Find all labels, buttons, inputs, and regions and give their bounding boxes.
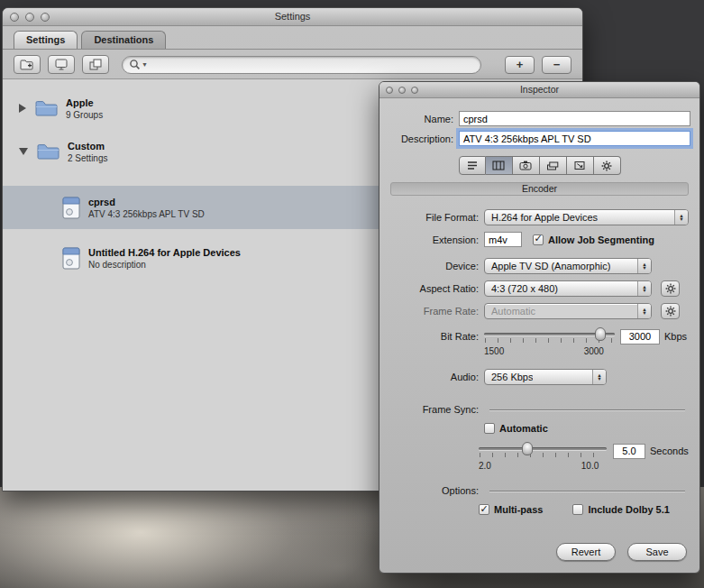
audio-row: Audio: 256 Kbps ▲▼	[389, 369, 690, 385]
multi-pass-checkbox[interactable]	[479, 504, 489, 515]
search-icon	[129, 59, 141, 70]
tab-destinations[interactable]: Destinations	[81, 31, 166, 49]
slider-ticks	[480, 453, 606, 457]
new-group-button[interactable]	[14, 55, 41, 74]
apply-setting-button[interactable]	[48, 55, 75, 74]
settings-titlebar[interactable]: Settings	[3, 8, 582, 26]
dolby-checkbox[interactable]	[572, 504, 583, 515]
bit-rate-field[interactable]	[620, 329, 660, 345]
extension-row: Extension: Allow Job Segmenting	[389, 232, 690, 247]
slider-ticks	[485, 338, 614, 343]
crop-icon	[573, 161, 586, 170]
pane-filters-button[interactable]	[540, 156, 567, 175]
inspector-window: Inspector Name: Description:	[379, 81, 700, 574]
frame-rate-gear-button[interactable]	[661, 303, 680, 319]
group-detail: 9 Groups	[66, 110, 103, 120]
options-row: Multi-pass Include Dolby 5.1	[479, 504, 690, 515]
audio-label: Audio:	[389, 372, 479, 382]
inspector-window-title: Inspector	[379, 84, 699, 95]
audio-popup[interactable]: 256 Kbps ▲▼	[484, 369, 607, 385]
duplicate-icon	[89, 59, 102, 70]
search-scope-arrow-icon[interactable]: ▼	[142, 61, 148, 68]
disclosure-open-icon[interactable]	[19, 148, 28, 155]
description-field[interactable]	[459, 131, 690, 146]
add-setting-button[interactable]: +	[505, 56, 535, 74]
job-segmenting-label: Allow Job Segmenting	[548, 234, 654, 245]
frame-sync-auto-checkbox[interactable]	[484, 423, 495, 434]
options-label: Options:	[389, 485, 479, 496]
frame-rate-row: Frame Rate: Automatic ▲▼	[389, 303, 690, 319]
multi-pass-label: Multi-pass	[494, 504, 543, 515]
gear-icon	[665, 283, 676, 294]
popup-arrows-icon: ▲▼	[637, 259, 651, 273]
aspect-ratio-label: Aspect Ratio:	[389, 283, 479, 294]
frame-sync-slider-row: Seconds	[479, 442, 690, 460]
frame-sync-header: Frame Sync:	[389, 404, 690, 415]
divider	[489, 409, 685, 410]
summary-icon	[466, 161, 479, 170]
name-row: Name:	[389, 111, 690, 126]
bit-rate-slider-thumb[interactable]	[595, 327, 606, 341]
setting-name: Untitled H.264 for Apple Devices	[88, 247, 241, 258]
disclosure-closed-icon[interactable]	[19, 104, 26, 113]
tab-settings[interactable]: Settings	[14, 31, 78, 49]
remove-setting-button[interactable]: −	[542, 56, 571, 74]
options-header: Options:	[389, 485, 690, 496]
frame-rate-label: Frame Rate:	[389, 306, 479, 317]
file-format-popup[interactable]: H.264 for Apple Devices ▲▼	[484, 209, 689, 225]
job-segmenting-checkbox[interactable]	[533, 234, 544, 245]
popup-arrows-icon: ▲▼	[674, 210, 688, 225]
layers-icon	[546, 161, 559, 170]
inspector-titlebar[interactable]: Inspector	[379, 82, 699, 98]
frame-sync-slider-thumb[interactable]	[522, 442, 533, 455]
setting-name: cprsd	[88, 197, 205, 207]
revert-button[interactable]: Revert	[556, 543, 616, 561]
name-label: Name:	[389, 114, 453, 124]
encoder-icon	[492, 161, 505, 170]
slider-track	[479, 447, 607, 450]
search-field[interactable]: ▼	[122, 56, 481, 74]
device-row: Device: Apple TV SD (Anamorphic) ▲▼	[389, 258, 690, 274]
dolby-label: Include Dolby 5.1	[588, 504, 669, 515]
search-input[interactable]	[151, 60, 471, 70]
extension-field[interactable]	[484, 232, 522, 247]
folder-icon	[37, 143, 59, 160]
pane-summary-button[interactable]	[459, 156, 486, 175]
frame-sync-auto-label: Automatic	[499, 423, 548, 434]
settings-tabbar: Settings Destinations	[3, 26, 582, 50]
pane-geometry-button[interactable]	[567, 156, 594, 175]
frame-sync-label: Frame Sync:	[389, 404, 479, 415]
bit-rate-slider[interactable]	[484, 327, 615, 345]
frame-rate-popup[interactable]: Automatic ▲▼	[484, 303, 652, 319]
pane-selector	[459, 156, 621, 175]
pane-encoder-button[interactable]	[486, 156, 513, 175]
settings-toolbar: ▼ + −	[3, 50, 582, 80]
name-field[interactable]	[459, 111, 690, 126]
save-button[interactable]: Save	[627, 543, 687, 561]
aspect-ratio-popup[interactable]: 4:3 (720 x 480) ▲▼	[484, 280, 652, 297]
duplicate-button[interactable]	[82, 55, 109, 74]
description-row: Description:	[389, 131, 690, 146]
frame-sync-scale: 2.0 10.0	[479, 461, 607, 472]
bit-rate-unit: Kbps	[664, 331, 687, 342]
file-format-label: File Format:	[389, 212, 479, 223]
pane-frame-controls-button[interactable]	[513, 156, 540, 175]
file-format-row: File Format: H.264 for Apple Devices ▲▼	[389, 209, 690, 225]
frame-sync-field[interactable]	[613, 444, 645, 459]
settings-window-title: Settings	[3, 11, 582, 22]
aspect-ratio-row: Aspect Ratio: 4:3 (720 x 480) ▲▼	[389, 280, 690, 297]
group-detail: 2 Settings	[68, 153, 107, 163]
gear-icon	[601, 161, 612, 171]
aspect-ratio-gear-button[interactable]	[661, 280, 680, 297]
setting-detail: No description	[88, 260, 241, 270]
gear-icon	[665, 306, 676, 317]
pane-actions-button[interactable]	[594, 156, 621, 175]
popup-arrows-icon: ▲▼	[592, 370, 606, 384]
device-popup[interactable]: Apple TV SD (Anamorphic) ▲▼	[484, 258, 652, 274]
preset-icon	[62, 197, 80, 219]
inspector-content: Name: Description:	[379, 98, 699, 573]
frame-sync-slider[interactable]	[479, 442, 607, 460]
extension-label: Extension:	[389, 234, 479, 245]
device-label: Device:	[389, 261, 479, 271]
bit-rate-scale: 1500 3000	[484, 346, 615, 357]
